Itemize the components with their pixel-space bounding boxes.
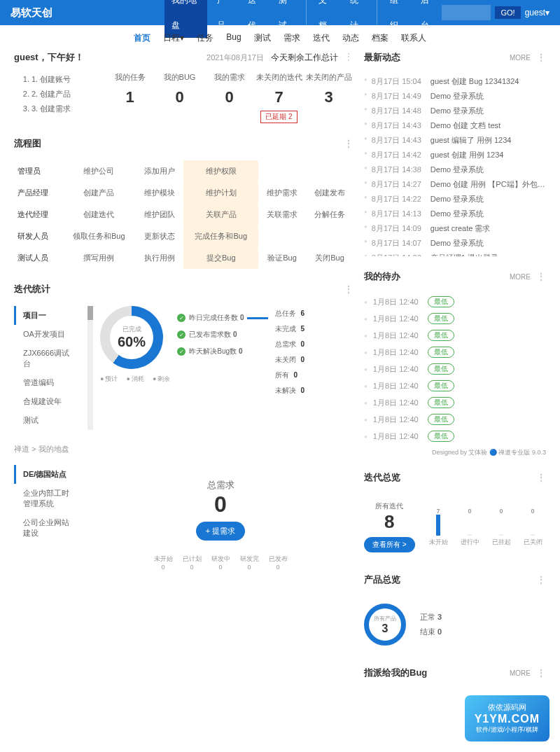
user-menu[interactable]: guest▾ [525, 8, 550, 18]
todo-row[interactable]: 1月8日 12:40最低 [364, 394, 546, 411]
go-button[interactable]: GO! [495, 6, 520, 19]
subnav-feed[interactable]: 动态 [342, 32, 359, 44]
todo-row[interactable]: 1月8日 12:40最低 [364, 293, 546, 310]
menu-icon[interactable]: ⋮ [536, 52, 546, 63]
flow-cell[interactable]: 关闭Bug [306, 247, 354, 269]
flow-cell[interactable]: 执行用例 [136, 247, 183, 269]
flow-cell[interactable]: 创建发布 [306, 182, 354, 204]
more-link[interactable]: MORE [510, 273, 531, 281]
add-req-button[interactable]: + 提需求 [196, 522, 245, 541]
todo-row[interactable]: 1月8日 12:40最低 [364, 327, 546, 344]
menu-icon[interactable]: ⋮ [344, 138, 354, 149]
feed-row[interactable]: 8月17日 15:04guest 创建 Bug 12341324 [364, 74, 546, 89]
feed-row[interactable]: 8月17日 14:07Demo 登录系统 [364, 236, 546, 251]
flow-cell[interactable]: 维护计划 [183, 182, 258, 204]
menu-icon[interactable]: ⋮ [344, 51, 354, 62]
feed-row[interactable]: 8月17日 14:09guest create 需求 [364, 221, 546, 236]
subnav-schedule[interactable]: 日程▾ [163, 32, 184, 44]
flow-cell[interactable]: 产品经理 [14, 182, 62, 204]
subnav-profile[interactable]: 档案 [372, 32, 388, 44]
subnav-iter[interactable]: 迭代 [313, 32, 330, 44]
flow-cell[interactable]: 更新状态 [136, 225, 183, 247]
flow-cell[interactable]: 关联产品 [183, 204, 258, 225]
subnav-bug[interactable]: Bug [226, 32, 241, 44]
search-input[interactable] [442, 5, 491, 20]
feed-row[interactable]: 8月17日 14:43Demo 创建 文档 test [364, 118, 546, 133]
feed-row[interactable]: 8月17日 14:38Demo 登录系统 [364, 162, 546, 177]
feed-row[interactable]: 8月17日 14:03产品经理1 退出登录 [364, 251, 546, 256]
feed-row[interactable]: 8月17日 14:42guest 创建 用例 1234 [364, 148, 546, 162]
flow-cell[interactable]: 撰写用例 [62, 247, 136, 269]
prod-stat: 结束 0 [420, 625, 442, 639]
flow-cell[interactable]: 添加用户 [136, 160, 183, 182]
todo-row[interactable]: 1月8日 12:40最低 [364, 411, 546, 428]
todo-row[interactable]: 1月8日 12:40最低 [364, 344, 546, 361]
flow-title: 流程图 [14, 137, 41, 150]
flow-cell[interactable]: 管理员 [14, 160, 62, 182]
iterov-title: 迭代总览 [364, 471, 400, 484]
flow-cell[interactable]: 创建产品 [62, 182, 136, 204]
flow-cell[interactable]: 维护需求 [258, 182, 306, 204]
flow-cell[interactable]: 维护权限 [183, 160, 258, 182]
project-item[interactable]: 项目一 [14, 306, 80, 325]
menu-icon[interactable]: ⋮ [536, 472, 546, 483]
subnav-task[interactable]: 任务 [197, 32, 214, 44]
more-link[interactable]: MORE [510, 669, 531, 677]
flow-cell[interactable]: 维护团队 [136, 204, 183, 225]
stat-item: 我的任务1 [105, 72, 155, 123]
flow-cell[interactable]: 迭代经理 [14, 204, 62, 225]
flow-cell[interactable]: 研发人员 [14, 225, 62, 247]
flow-cell[interactable]: 测试人员 [14, 247, 62, 269]
flow-cell[interactable]: 分解任务 [306, 204, 354, 225]
mytodo-title: 我的待办 [364, 270, 400, 283]
check-row: 昨日完成任务数 0 [177, 313, 267, 323]
progress-donut: 已完成60% [100, 306, 163, 369]
flow-cell[interactable]: 领取任务和Bug [62, 225, 136, 247]
scrollbar[interactable] [88, 306, 93, 430]
project-item[interactable]: 合规建设年 [16, 392, 80, 411]
subnav-test[interactable]: 测试 [254, 32, 271, 44]
feed-row[interactable]: 8月17日 14:49Demo 登录系统 [364, 89, 546, 104]
project-item[interactable]: DE/德国站点 [14, 465, 80, 484]
feed-row[interactable]: 8月17日 14:22Demo 登录系统 [364, 192, 546, 207]
flow-cell[interactable]: 完成任务和Bug [183, 225, 258, 247]
project-item[interactable]: 企业内部工时管理系统 [16, 484, 80, 513]
menu-icon[interactable]: ⋮ [536, 574, 546, 585]
ov-bar: 7未开始 [429, 508, 448, 547]
menu-icon[interactable]: ⋮ [344, 284, 354, 295]
todo-row[interactable]: 1月8日 12:40最低 [364, 377, 546, 394]
project-item[interactable]: 测试 [16, 411, 80, 430]
project-item[interactable]: 管道编码 [16, 373, 80, 392]
menu-icon[interactable]: ⋮ [536, 271, 546, 282]
feed-row[interactable]: 8月17日 14:48Demo 登录系统 [364, 104, 546, 118]
todo-row[interactable]: 1月8日 12:40最低 [364, 361, 546, 377]
feed-row[interactable]: 8月17日 14:43guest 编辑了 用例 1234 [364, 133, 546, 148]
status-col: 研发中0 [211, 555, 230, 571]
flow-cell[interactable]: 关联需求 [258, 204, 306, 225]
viewall-button[interactable]: 查看所有 > [364, 537, 415, 552]
todo-row[interactable]: 1月8日 12:40最低 [364, 428, 546, 445]
product-donut: 所有产品3 [364, 604, 406, 646]
subnav-contact[interactable]: 联系人 [401, 32, 426, 44]
flow-cell[interactable]: 维护公司 [62, 160, 136, 182]
step-1[interactable]: 1. 创建账号 [31, 72, 105, 87]
more-link[interactable]: MORE [510, 54, 531, 62]
flow-cell[interactable]: 创建迭代 [62, 204, 136, 225]
step-3[interactable]: 3. 创建需求 [31, 102, 105, 116]
step-2[interactable]: 2. 创建产品 [31, 87, 105, 102]
subnav-req[interactable]: 需求 [284, 32, 300, 44]
project-item[interactable]: ZJX6666调试台 [16, 344, 80, 373]
project-item[interactable]: 公司企业网站建设 [16, 513, 80, 543]
check-row: 昨天解决Bug数 0 [177, 347, 267, 356]
menu-icon[interactable]: ⋮ [536, 667, 546, 678]
flow-cell[interactable]: 验证Bug [258, 247, 306, 269]
todo-row[interactable]: 1月8日 12:40最低 [364, 310, 546, 327]
mybug-title: 指派给我的Bug [364, 667, 427, 679]
subnav-home[interactable]: 首页 [134, 32, 150, 44]
feed-row[interactable]: 8月17日 14:13Demo 登录系统 [364, 207, 546, 221]
stat-item: 未关闭的迭代7已延期 2 [254, 72, 304, 123]
flow-cell[interactable]: 提交Bug [183, 247, 258, 269]
project-item[interactable]: OA开发项目 [16, 325, 80, 344]
feed-row[interactable]: 8月17日 14:27Demo 创建 用例 【PC端】外包人员管理... [364, 177, 546, 192]
flow-cell[interactable]: 维护模块 [136, 182, 183, 204]
